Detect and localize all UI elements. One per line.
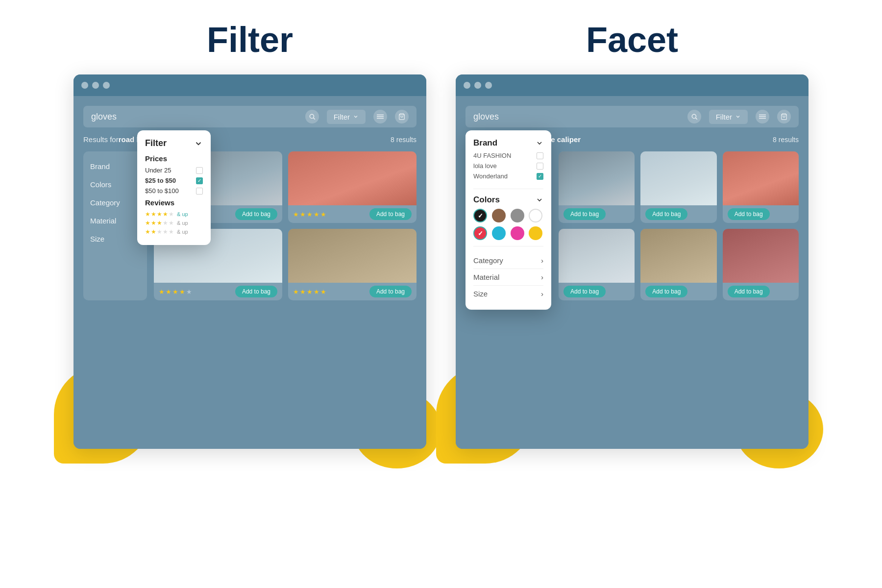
and-up-label-2: & up [177, 229, 188, 235]
dot-red [81, 82, 88, 89]
brand-option-wonderland[interactable]: Wonderland ✓ [473, 172, 543, 180]
facet-product-image-1 [559, 151, 635, 205]
facet-cart-icon[interactable] [777, 110, 791, 123]
facet-brand-section: Brand 4U FASHION lola love [473, 138, 543, 189]
dot-green [103, 82, 110, 89]
checkbox-25to50[interactable]: ✓ [196, 177, 203, 184]
checkbox-4ufashion[interactable] [537, 152, 543, 159]
checkbox-wonderland[interactable]: ✓ [537, 173, 543, 180]
facet-add-bag-btn-1[interactable]: Add to bag [564, 208, 606, 220]
facet-product-card-3: Add to bag [723, 151, 799, 223]
filter-panel-header: Filter [145, 138, 203, 148]
facet-product-footer-4: Add to bag [559, 283, 635, 300]
facet-category-nav[interactable]: Category › [473, 252, 543, 269]
svg-point-6 [692, 114, 696, 118]
facet-product-grid: Add to bag Add to bag [559, 151, 799, 300]
filter-browser-content: gloves Filter [74, 96, 426, 449]
review-row-2star[interactable]: ★ ★ ★ ★ ★ & up [145, 228, 203, 235]
facet-brand-header[interactable]: Brand [473, 138, 543, 148]
product-footer-4: ★ ★ ★ ★ ★ Add to bag [288, 283, 416, 300]
price-option-1[interactable]: Under 25 [145, 167, 203, 174]
facet-product-image-6 [723, 229, 799, 283]
color-swatch-white[interactable] [529, 209, 542, 222]
color-swatch-pink[interactable] [511, 226, 524, 240]
color-swatch-black[interactable]: ✓ [473, 209, 487, 222]
add-to-bag-btn-4[interactable]: Add to bag [369, 286, 412, 297]
facet-add-bag-btn-2[interactable]: Add to bag [645, 208, 687, 220]
add-to-bag-btn-2[interactable]: Add to bag [369, 208, 412, 220]
svg-point-0 [310, 114, 314, 118]
search-icon[interactable] [305, 110, 319, 123]
product-footer-2: ★ ★ ★ ★ ★ Add to bag [288, 205, 416, 223]
checkbox-under25[interactable] [196, 167, 203, 174]
and-up-label-3: & up [177, 220, 188, 226]
dot-yellow-2 [474, 82, 481, 89]
chevron-right-icon: › [541, 256, 543, 265]
content-area: Brand › Colors › Category › [83, 151, 416, 300]
facet-search-query: gloves [473, 112, 682, 122]
search-bar: gloves Filter [83, 106, 416, 127]
reviews-title: Reviews [145, 198, 203, 207]
color-swatch-yellow[interactable] [529, 226, 542, 240]
facet-menu-icon[interactable] [756, 110, 769, 123]
dot-red-2 [464, 82, 470, 89]
facet-browser-titlebar [456, 74, 808, 96]
facet-product-footer-1: Add to bag [559, 205, 635, 223]
review-row-3star[interactable]: ★ ★ ★ ★ ★ & up [145, 220, 203, 226]
checkbox-50to100[interactable] [196, 188, 203, 195]
add-to-bag-btn-1[interactable]: Add to bag [235, 208, 277, 220]
chevron-right-icon: › [541, 290, 543, 298]
price-option-2[interactable]: $25 to $50 ✓ [145, 177, 203, 184]
facet-colors-header[interactable]: Colors [473, 195, 543, 205]
facet-material-nav[interactable]: Material › [473, 269, 543, 286]
facet-product-card-2: Add to bag [640, 151, 716, 223]
svg-line-1 [313, 118, 315, 120]
and-up-label-4: & up [177, 211, 188, 217]
facet-product-card-5: Add to bag [640, 229, 716, 300]
facet-product-footer-5: Add to bag [640, 283, 716, 300]
color-swatch-cyan[interactable] [492, 226, 506, 240]
facet-add-bag-btn-4[interactable]: Add to bag [564, 286, 606, 297]
search-icons: Filter [305, 110, 409, 124]
svg-line-7 [695, 118, 697, 120]
reviews-section: Reviews ★ ★ ★ ★ ★ & up [145, 198, 203, 235]
product-image-2 [288, 151, 416, 205]
add-to-bag-btn-3[interactable]: Add to bag [235, 286, 277, 297]
product-card-4: ★ ★ ★ ★ ★ Add to bag [288, 229, 416, 300]
dot-yellow [92, 82, 99, 89]
facet-add-bag-btn-6[interactable]: Add to bag [728, 286, 770, 297]
product-card-2: ★ ★ ★ ★ ★ Add to bag [288, 151, 416, 223]
brand-option-lolalove[interactable]: lola love [473, 162, 543, 170]
facet-product-footer-2: Add to bag [640, 205, 716, 223]
color-grid: ✓ ✓ [473, 209, 543, 240]
facet-search-icon[interactable] [687, 110, 701, 123]
facet-product-card-6: Add to bag [723, 229, 799, 300]
facet-panel: Brand 4U FASHION lola love [466, 130, 551, 310]
review-row-4star[interactable]: ★ ★ ★ ★ ★ & up [145, 211, 203, 218]
facet-browser: gloves Filter [456, 74, 808, 449]
facet-product-card-4: Add to bag [559, 229, 635, 300]
filter-button[interactable]: Filter [327, 110, 366, 124]
menu-icon[interactable] [373, 110, 387, 123]
price-option-3[interactable]: $50 to $100 [145, 187, 203, 195]
facet-product-image-2 [640, 151, 716, 205]
facet-add-bag-btn-5[interactable]: Add to bag [645, 286, 687, 297]
color-swatch-gray[interactable] [511, 209, 524, 222]
checkbox-lolalove[interactable] [537, 163, 543, 170]
facet-search-bar: gloves Filter [466, 106, 799, 127]
chevron-right-icon: › [541, 273, 543, 281]
facet-add-bag-btn-3[interactable]: Add to bag [728, 208, 770, 220]
color-swatch-brown[interactable] [492, 209, 506, 222]
color-swatch-red[interactable]: ✓ [473, 226, 487, 240]
facet-product-card-1: Add to bag [559, 151, 635, 223]
cart-icon[interactable] [395, 110, 409, 123]
facet-product-image-3 [723, 151, 799, 205]
facet-colors-section: Colors ✓ [473, 195, 543, 246]
review-stars-4: ★ ★ ★ ★ ★ [145, 211, 174, 218]
dot-green-2 [485, 82, 492, 89]
brand-option-4ufashion[interactable]: 4U FASHION [473, 152, 543, 159]
facet-filter-button[interactable]: Filter [709, 110, 748, 124]
facet-size-nav[interactable]: Size › [473, 286, 543, 302]
filter-browser: gloves Filter [74, 74, 426, 449]
filter-title: Filter [207, 20, 293, 60]
